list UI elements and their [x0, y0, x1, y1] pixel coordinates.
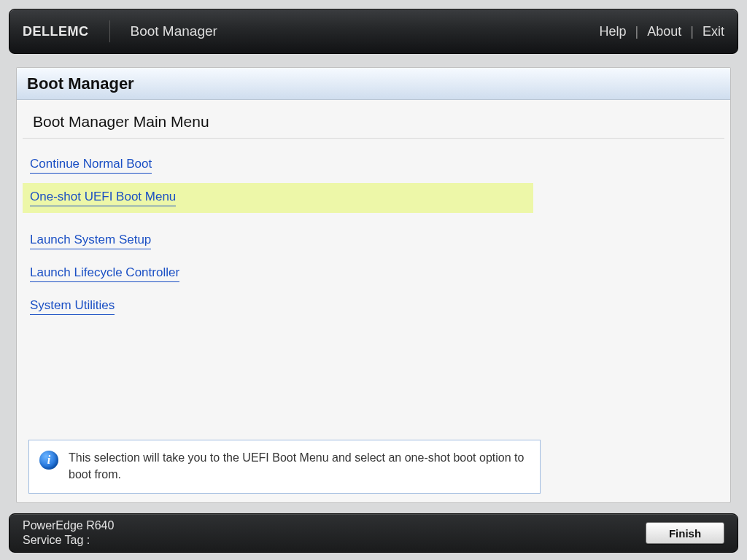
screen: DELLEMC Boot Manager Help | About | Exit… [0, 0, 747, 560]
top-links: Help | About | Exit [600, 24, 724, 39]
panel-subtitle: Boot Manager Main Menu [23, 100, 724, 139]
exit-link[interactable]: Exit [703, 24, 724, 39]
menu-item-label: Launch System Setup [30, 233, 151, 249]
main-menu: Continue Normal Boot One-shot UEFI Boot … [17, 139, 730, 333]
footer-bar: PowerEdge R640 Service Tag : Finish [9, 513, 738, 553]
about-link[interactable]: About [647, 24, 681, 39]
menu-item-label: Continue Normal Boot [30, 157, 152, 174]
system-model: PowerEdge R640 [23, 519, 114, 532]
brand-separator [109, 20, 110, 42]
help-link[interactable]: Help [600, 24, 627, 39]
brand-block: DELLEMC Boot Manager [23, 20, 217, 42]
top-bar: DELLEMC Boot Manager Help | About | Exit [9, 9, 738, 54]
menu-item-label: Launch Lifecycle Controller [30, 265, 179, 282]
info-text: This selection will take you to the UEFI… [69, 449, 530, 483]
link-separator: | [690, 24, 694, 39]
menu-item-continue-normal-boot[interactable]: Continue Normal Boot [23, 150, 533, 180]
menu-item-label: One-shot UEFI Boot Menu [30, 190, 176, 206]
outer-frame: DELLEMC Boot Manager Help | About | Exit… [3, 3, 744, 557]
main-panel: Boot Manager Boot Manager Main Menu Cont… [16, 67, 731, 503]
panel-title: Boot Manager [17, 68, 730, 100]
menu-item-label: System Utilities [30, 298, 115, 315]
link-separator: | [635, 24, 639, 39]
info-icon: i [39, 451, 58, 470]
menu-item-launch-system-setup[interactable]: Launch System Setup [23, 226, 533, 256]
menu-item-system-utilities[interactable]: System Utilities [23, 292, 533, 322]
service-tag-label: Service Tag : [23, 534, 114, 547]
finish-button[interactable]: Finish [646, 522, 724, 544]
menu-item-launch-lifecycle-controller[interactable]: Launch Lifecycle Controller [23, 259, 533, 289]
app-title: Boot Manager [131, 23, 217, 39]
brand-logo-text: DELLEMC [23, 24, 89, 39]
menu-item-one-shot-uefi[interactable]: One-shot UEFI Boot Menu [23, 183, 533, 213]
footer-left: PowerEdge R640 Service Tag : [23, 519, 114, 547]
brand-logo: DELLEMC [23, 24, 89, 39]
info-box: i This selection will take you to the UE… [28, 440, 541, 494]
